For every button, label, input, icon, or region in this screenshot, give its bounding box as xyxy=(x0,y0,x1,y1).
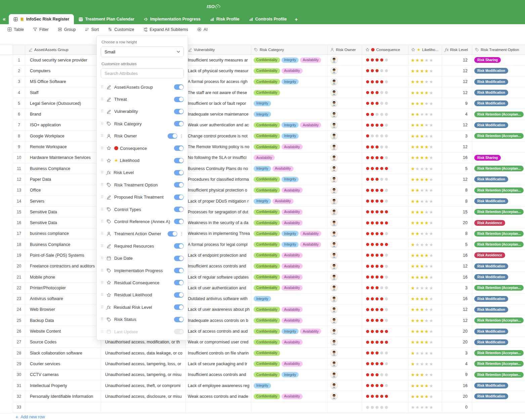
cell-likelihood[interactable]: ★★★★★ xyxy=(408,326,442,337)
cell-risk-level[interactable]: 9 xyxy=(442,370,472,380)
cell-threat[interactable]: Unauthorised access, tampering, or misu xyxy=(101,370,186,380)
cell-risk-level[interactable]: 20 xyxy=(442,337,472,348)
cell-risk-category[interactable]: IntegrityAvailability xyxy=(251,196,327,207)
row-number[interactable]: 7 xyxy=(13,120,25,131)
drag-handle-icon[interactable]: ⠿ xyxy=(101,219,103,224)
cell-vulnerability[interactable]: Lack of user awareness about ph xyxy=(186,304,251,315)
cell-risk-treatment[interactable]: Risk Sharing xyxy=(472,153,525,163)
cell-consequence[interactable] xyxy=(362,174,408,185)
cell-risk-category[interactable]: ConfidentialityAvailability xyxy=(251,207,327,217)
cell-consequence[interactable] xyxy=(362,207,408,217)
drag-handle-icon[interactable]: ⠿ xyxy=(101,158,103,163)
cell-risk-category[interactable]: Integrity xyxy=(251,294,327,304)
cell-risk-category[interactable]: ConfidentialityAvailability xyxy=(251,359,327,369)
drag-handle-icon[interactable]: ⠿ xyxy=(101,122,103,126)
cell-risk-owner[interactable] xyxy=(327,239,362,250)
cell-risk-category[interactable]: ConfidentialityAvailability xyxy=(251,315,327,326)
cell-risk-owner[interactable] xyxy=(327,131,362,141)
cell-consequence[interactable] xyxy=(362,250,408,261)
drag-handle-icon[interactable]: ⠿ xyxy=(101,256,103,260)
cell-risk-owner[interactable] xyxy=(327,120,362,131)
cell-risk-level[interactable]: 3 xyxy=(442,348,472,359)
search-attributes-input[interactable] xyxy=(101,68,184,78)
drag-handle-icon[interactable]: ⠿ xyxy=(101,170,103,175)
cell-vulnerability[interactable]: Lack of endpoint protection and xyxy=(186,250,251,261)
cell-risk-owner[interactable] xyxy=(327,348,362,359)
attribute-row-last-update[interactable]: ⠿ Last Update xyxy=(101,326,184,338)
cell-consequence[interactable] xyxy=(362,98,408,109)
toggle-risk-owner[interactable] xyxy=(168,133,177,139)
attribute-row-threat[interactable]: ⠿ Threat xyxy=(101,93,184,105)
cell-likelihood[interactable]: ★★★★★ xyxy=(408,250,442,261)
row-number[interactable]: 22 xyxy=(13,283,25,293)
cell-vulnerability[interactable]: A formal process for access righ xyxy=(186,77,251,87)
cell-risk-level[interactable]: 8 xyxy=(442,196,472,207)
cell-consequence[interactable] xyxy=(362,131,408,141)
cell-likelihood[interactable]: ★★★★★ xyxy=(408,153,442,163)
cell-risk-category[interactable]: Integrity xyxy=(251,98,327,109)
cell-risk-level[interactable]: 20 xyxy=(442,217,472,228)
cell-likelihood[interactable]: ★★★★★ xyxy=(408,283,442,293)
cell-asset[interactable]: CCTV cameras xyxy=(25,370,101,380)
cell-asset[interactable]: Sensitive Data xyxy=(25,217,101,228)
cell-risk-level[interactable]: 16 xyxy=(442,153,472,163)
cell-asset[interactable]: Website Content xyxy=(25,326,101,337)
attribute-row-risk-level[interactable]: ⠿ ƒxRisk Level xyxy=(101,167,184,179)
cell-vulnerability[interactable]: Lack of employee awareness reg xyxy=(186,380,251,391)
toggle-treatment-action-owner[interactable] xyxy=(168,231,177,237)
cell-likelihood[interactable]: ★★★★★ xyxy=(408,109,442,120)
cell-vulnerability[interactable]: Lack of regular software updates xyxy=(186,272,251,283)
tab-implementation-progress[interactable]: Implementation Progress xyxy=(139,14,205,24)
row-number[interactable]: 18 xyxy=(13,239,25,250)
cell-risk-category[interactable]: Confidentiality xyxy=(251,348,327,359)
cell-asset[interactable]: Courier services xyxy=(25,359,101,369)
cell-vulnerability[interactable]: Weakness in implementing Threa xyxy=(186,228,251,239)
cell-asset[interactable]: Intellectual Property xyxy=(25,380,101,391)
cell-consequence[interactable] xyxy=(362,402,408,413)
cell-vulnerability[interactable]: Lack of access controls and aud xyxy=(186,326,251,337)
attribute-row-due-date[interactable]: ⠿ Due Date xyxy=(101,252,184,264)
cell-consequence[interactable] xyxy=(362,239,408,250)
cell-asset[interactable]: MS Office Software xyxy=(25,77,101,87)
cell-risk-treatment[interactable]: Risk Modification xyxy=(472,98,525,109)
toggle-control-reference-annex-a[interactable] xyxy=(174,219,184,224)
row-number[interactable]: 31 xyxy=(13,380,25,391)
row-number[interactable]: 30 xyxy=(13,370,25,380)
cell-risk-owner[interactable] xyxy=(327,109,362,120)
cell-risk-level[interactable]: 20 xyxy=(442,326,472,337)
cell-vulnerability[interactable]: Inadequate service maintenance xyxy=(186,109,251,120)
cell-risk-category[interactable]: Integrity xyxy=(251,109,327,120)
header-risk-level[interactable]: ƒxRisk Level xyxy=(442,45,472,54)
cell-risk-category[interactable]: ConfidentialityAvailability xyxy=(251,261,327,272)
toggle-proposed-risk-treatment[interactable] xyxy=(174,195,184,200)
attribute-row-risk-treatment-option[interactable]: ⠿ Risk Treatment Option xyxy=(101,179,184,191)
tab-risk-profile[interactable]: Risk Profile xyxy=(205,14,244,24)
row-number[interactable]: 17 xyxy=(13,228,25,239)
toolbar-expand-all-subitems[interactable]: Expand All Subitems xyxy=(143,27,188,32)
cell-vulnerability[interactable]: Lack of secure packaging and tr xyxy=(186,359,251,369)
cell-vulnerability[interactable]: Processes for segragation of dut xyxy=(186,207,251,217)
cell-likelihood[interactable]: ★★★★★ xyxy=(408,239,442,250)
cell-risk-owner[interactable] xyxy=(327,217,362,228)
attribute-row-consequence[interactable]: ⠿ Consequence xyxy=(101,142,184,154)
cell-asset[interactable]: Hardware Maintenance Services xyxy=(25,153,101,163)
row-number[interactable]: 6 xyxy=(13,109,25,120)
cell-consequence[interactable] xyxy=(362,217,408,228)
cell-risk-category[interactable]: IntegrityAvailability xyxy=(251,163,327,174)
attribute-row-residual-likelihood[interactable]: ⠿ Residual Likelihood xyxy=(101,289,184,301)
toggle-residual-consequence[interactable] xyxy=(174,280,184,285)
cell-consequence[interactable] xyxy=(362,380,408,391)
cell-consequence[interactable] xyxy=(362,261,408,272)
cell-risk-level[interactable]: 16 xyxy=(442,272,472,283)
cell-consequence[interactable] xyxy=(362,87,408,98)
row-number[interactable]: 4 xyxy=(13,87,25,98)
drag-handle-icon[interactable]: ⠿ xyxy=(101,97,103,101)
cell-risk-treatment[interactable]: Risk Modification xyxy=(472,294,525,304)
cell-risk-treatment[interactable]: Risk Modification xyxy=(472,77,525,87)
cell-asset[interactable]: Business Compliance xyxy=(25,163,101,174)
cell-likelihood[interactable]: ★★★★★ xyxy=(408,294,442,304)
cell-consequence[interactable] xyxy=(362,326,408,337)
cell-consequence[interactable] xyxy=(362,304,408,315)
cell-risk-owner[interactable] xyxy=(327,87,362,98)
cell-risk-level[interactable]: 12 xyxy=(442,174,472,185)
